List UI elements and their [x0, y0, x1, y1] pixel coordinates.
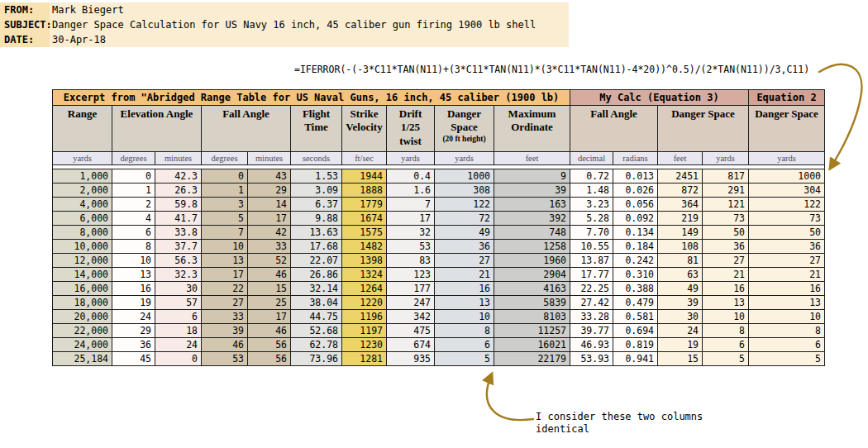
cell-drift[interactable]: 475 [387, 324, 435, 338]
cell-range[interactable]: 12,000 [53, 254, 112, 268]
header-strike-velocity[interactable]: Strike Velocity [342, 106, 387, 152]
cell-danger-space[interactable]: 308 [435, 183, 494, 198]
cell-elevation-degrees[interactable]: 13 [112, 268, 155, 282]
cell-mycalc-danger-space-yards[interactable]: 73 [703, 212, 749, 226]
cell-danger-space[interactable]: 1000 [435, 169, 494, 183]
cell-strike-velocity[interactable]: 1398 [342, 254, 387, 268]
cell-fall-angle-radians[interactable]: 0.056 [613, 198, 658, 212]
cell-mycalc-danger-space-feet[interactable]: 81 [658, 254, 703, 268]
cell-flight-time[interactable]: 62.78 [291, 338, 342, 352]
cell-mycalc-danger-space-yards[interactable]: 8 [703, 324, 749, 338]
cell-fall-angle-radians[interactable]: 0.184 [613, 240, 658, 254]
cell-fall-degrees[interactable]: 33 [202, 310, 248, 324]
cell-elevation-minutes[interactable]: 37.7 [155, 240, 202, 254]
cell-mycalc-danger-space-yards[interactable]: 6 [703, 338, 749, 352]
cell-flight-time[interactable]: 3.09 [291, 183, 342, 198]
cell-elevation-minutes[interactable]: 33.8 [155, 226, 202, 240]
header-eq2-danger-space[interactable]: Danger Space [749, 106, 825, 152]
cell-fall-angle-radians[interactable]: 0.941 [613, 352, 658, 366]
cell-fall-degrees[interactable]: 1 [202, 183, 248, 198]
cell-elevation-degrees[interactable]: 8 [112, 240, 155, 254]
cell-elevation-degrees[interactable]: 16 [112, 282, 155, 296]
cell-fall-minutes[interactable]: 25 [248, 296, 291, 310]
header-range[interactable]: Range [53, 106, 112, 152]
unit-cell[interactable]: radians [613, 152, 658, 165]
cell-maximum-ordinate[interactable]: 22179 [494, 352, 570, 366]
cell-elevation-minutes[interactable]: 41.7 [155, 212, 202, 226]
unit-cell[interactable]: ft/sec [342, 152, 387, 165]
header-fall-angle[interactable]: Fall Angle [202, 106, 291, 152]
cell-strike-velocity[interactable]: 1888 [342, 183, 387, 198]
cell-drift[interactable]: 935 [387, 352, 435, 366]
cell-range[interactable]: 1,000 [53, 169, 112, 183]
cell-flight-time[interactable]: 1.53 [291, 169, 342, 183]
cell-range[interactable]: 6,000 [53, 212, 112, 226]
cell-range[interactable]: 16,000 [53, 282, 112, 296]
cell-mycalc-danger-space-yards[interactable]: 16 [703, 282, 749, 296]
cell-mycalc-danger-space-yards[interactable]: 13 [703, 296, 749, 310]
cell-fall-angle-decimal[interactable]: 0.72 [570, 169, 613, 183]
cell-strike-velocity[interactable]: 1674 [342, 212, 387, 226]
cell-elevation-minutes[interactable]: 42.3 [155, 169, 202, 183]
cell-mycalc-danger-space-yards[interactable]: 121 [703, 198, 749, 212]
cell-elevation-minutes[interactable]: 32.3 [155, 268, 202, 282]
cell-range[interactable]: 2,000 [53, 183, 112, 198]
cell-mycalc-danger-space-yards[interactable]: 5 [703, 352, 749, 366]
cell-fall-minutes[interactable]: 46 [248, 324, 291, 338]
cell-fall-angle-radians[interactable]: 0.694 [613, 324, 658, 338]
cell-fall-minutes[interactable]: 15 [248, 282, 291, 296]
unit-cell[interactable]: yards [387, 152, 435, 165]
cell-drift[interactable]: 17 [387, 212, 435, 226]
cell-danger-space[interactable]: 5 [435, 352, 494, 366]
header-maximum-ordinate[interactable]: Maximum Ordinate [494, 106, 570, 152]
cell-fall-angle-radians[interactable]: 0.134 [613, 226, 658, 240]
cell-fall-angle-radians[interactable]: 0.479 [613, 296, 658, 310]
unit-cell[interactable]: seconds [291, 152, 342, 165]
cell-eq2-danger-space-yards[interactable]: 304 [749, 183, 825, 198]
memo-from-label[interactable]: FROM: [0, 2, 50, 17]
unit-cell[interactable]: degrees [112, 152, 155, 165]
cell-elevation-minutes[interactable]: 26.3 [155, 183, 202, 198]
cell-fall-angle-decimal[interactable]: 33.28 [570, 310, 613, 324]
cell-eq2-danger-space-yards[interactable]: 10 [749, 310, 825, 324]
cell-fall-degrees[interactable]: 46 [202, 338, 248, 352]
cell-maximum-ordinate[interactable]: 39 [494, 183, 570, 198]
memo-date-label[interactable]: DATE: [0, 32, 50, 47]
cell-fall-angle-decimal[interactable]: 3.23 [570, 198, 613, 212]
cell-mycalc-danger-space-yards[interactable]: 10 [703, 310, 749, 324]
cell-elevation-minutes[interactable]: 56.3 [155, 254, 202, 268]
cell-fall-angle-radians[interactable]: 0.092 [613, 212, 658, 226]
cell-fall-angle-decimal[interactable]: 10.55 [570, 240, 613, 254]
cell-fall-minutes[interactable]: 46 [248, 268, 291, 282]
cell-range[interactable]: 25,184 [53, 352, 112, 366]
cell-flight-time[interactable]: 38.04 [291, 296, 342, 310]
cell-danger-space[interactable]: 72 [435, 212, 494, 226]
cell-fall-angle-radians[interactable]: 0.026 [613, 183, 658, 198]
cell-flight-time[interactable]: 22.07 [291, 254, 342, 268]
cell-flight-time[interactable]: 52.68 [291, 324, 342, 338]
cell-eq2-danger-space-yards[interactable]: 27 [749, 254, 825, 268]
cell-flight-time[interactable]: 17.68 [291, 240, 342, 254]
formula-text[interactable]: =IFERROR(-(-3*C11*TAN(N11)+(3*C11*TAN(N1… [294, 64, 809, 75]
cell-maximum-ordinate[interactable]: 1258 [494, 240, 570, 254]
cell-elevation-minutes[interactable]: 0 [155, 352, 202, 366]
cell-mycalc-danger-space-yards[interactable]: 50 [703, 226, 749, 240]
cell-fall-angle-radians[interactable]: 0.581 [613, 310, 658, 324]
cell-strike-velocity[interactable]: 1324 [342, 268, 387, 282]
unit-cell[interactable]: yards [703, 152, 749, 165]
cell-mycalc-danger-space-yards[interactable]: 291 [703, 183, 749, 198]
cell-fall-minutes[interactable]: 17 [248, 212, 291, 226]
cell-fall-minutes[interactable]: 14 [248, 198, 291, 212]
cell-mycalc-danger-space-yards[interactable]: 36 [703, 240, 749, 254]
cell-maximum-ordinate[interactable]: 2904 [494, 268, 570, 282]
cell-flight-time[interactable]: 9.88 [291, 212, 342, 226]
cell-eq2-danger-space-yards[interactable]: 36 [749, 240, 825, 254]
cell-fall-minutes[interactable]: 17 [248, 310, 291, 324]
cell-strike-velocity[interactable]: 1779 [342, 198, 387, 212]
cell-range[interactable]: 4,000 [53, 198, 112, 212]
cell-maximum-ordinate[interactable]: 8103 [494, 310, 570, 324]
cell-elevation-minutes[interactable]: 57 [155, 296, 202, 310]
cell-fall-minutes[interactable]: 56 [248, 338, 291, 352]
cell-mycalc-danger-space-feet[interactable]: 39 [658, 296, 703, 310]
cell-range[interactable]: 14,000 [53, 268, 112, 282]
